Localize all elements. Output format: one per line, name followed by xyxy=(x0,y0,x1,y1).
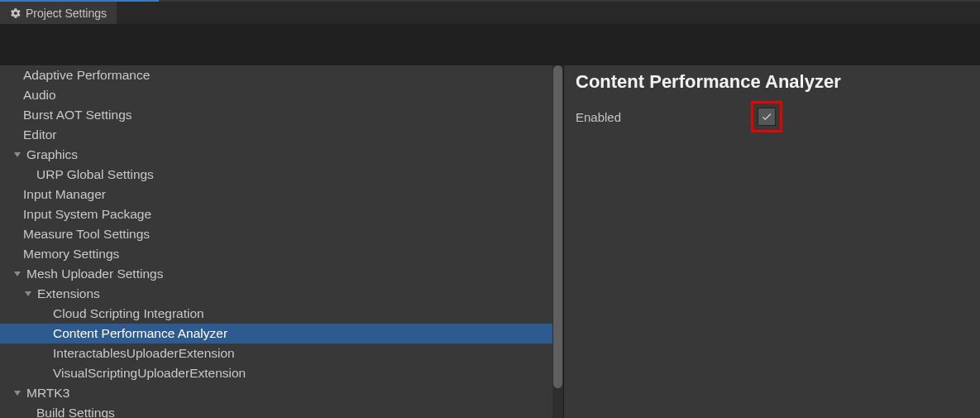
sidebar-item-extensions[interactable]: Extensions xyxy=(0,284,552,304)
sidebar-item-visualscriptinguploaderextension[interactable]: VisualScriptingUploaderExtension xyxy=(0,363,552,383)
content-panel: Content Performance Analyzer Enabled xyxy=(564,65,980,418)
sidebar-item-label: Content Performance Analyzer xyxy=(51,326,227,341)
sidebar-item-label: Input System Package xyxy=(22,207,151,222)
sidebar-item-label: Mesh Uploader Settings xyxy=(25,267,163,281)
sidebar-item-memory-settings[interactable]: Memory Settings xyxy=(0,244,552,264)
tab-title: Project Settings xyxy=(26,7,107,20)
sidebar-item-mesh-uploader-settings[interactable]: Mesh Uploader Settings xyxy=(0,264,552,284)
sidebar-item-label: URP Global Settings xyxy=(35,167,154,182)
tab-bar: Project Settings xyxy=(0,2,980,24)
sidebar-item-label: Cloud Scripting Integration xyxy=(51,306,204,321)
chevron-down-icon[interactable] xyxy=(22,288,34,300)
content-title: Content Performance Analyzer xyxy=(576,71,968,93)
sidebar-item-input-system-package[interactable]: Input System Package xyxy=(0,204,552,224)
sidebar-item-mrtk3[interactable]: MRTK3 xyxy=(0,383,552,403)
enabled-label: Enabled xyxy=(576,110,753,124)
sidebar-item-editor[interactable]: Editor xyxy=(0,125,552,145)
sidebar-item-cloud-scripting-integration[interactable]: Cloud Scripting Integration xyxy=(0,304,552,324)
scrollbar-thumb[interactable] xyxy=(553,65,562,388)
chevron-down-icon[interactable] xyxy=(12,387,23,399)
sidebar-item-label: Audio xyxy=(22,88,56,103)
sidebar-item-audio[interactable]: Audio xyxy=(0,85,552,105)
sidebar-item-label: MRTK3 xyxy=(25,386,69,401)
enabled-checkbox[interactable] xyxy=(758,108,776,126)
sidebar-item-graphics[interactable]: Graphics xyxy=(0,145,552,165)
sidebar-item-label: Graphics xyxy=(25,147,78,162)
sidebar-item-interactablesuploaderextension[interactable]: InteractablesUploaderExtension xyxy=(0,344,552,363)
chevron-down-icon[interactable] xyxy=(12,149,23,161)
sidebar-item-label: Memory Settings xyxy=(22,247,119,262)
sidebar-item-label: Burst AOT Settings xyxy=(22,108,132,123)
tab-project-settings[interactable]: Project Settings xyxy=(0,2,117,24)
sidebar-item-label: Extensions xyxy=(36,286,100,301)
sidebar-item-label: VisualScriptingUploaderExtension xyxy=(51,366,246,381)
enabled-property-row: Enabled xyxy=(576,101,968,132)
sidebar-item-burst-aot-settings[interactable]: Burst AOT Settings xyxy=(0,105,552,125)
sidebar-item-urp-global-settings[interactable]: URP Global Settings xyxy=(0,165,552,185)
sidebar-item-label: Build Settings xyxy=(35,406,115,418)
sidebar-item-input-manager[interactable]: Input Manager xyxy=(0,185,552,204)
gear-icon xyxy=(10,7,22,19)
check-icon xyxy=(761,111,772,123)
sidebar-item-label: InteractablesUploaderExtension xyxy=(51,346,235,361)
sidebar-item-content-performance-analyzer[interactable]: Content Performance Analyzer xyxy=(0,324,552,344)
sidebar-item-build-settings[interactable]: Build Settings xyxy=(0,403,552,418)
enabled-checkbox-highlight xyxy=(751,101,782,132)
sidebar-item-label: Measure Tool Settings xyxy=(22,227,150,242)
toolbar-separator xyxy=(0,24,980,65)
sidebar-item-measure-tool-settings[interactable]: Measure Tool Settings xyxy=(0,224,552,244)
settings-sidebar: Adaptive PerformanceAudioBurst AOT Setti… xyxy=(0,65,552,418)
sidebar-scrollbar[interactable] xyxy=(552,65,563,418)
sidebar-item-label: Input Manager xyxy=(22,187,106,202)
sidebar-item-adaptive-performance[interactable]: Adaptive Performance xyxy=(0,65,552,85)
sidebar-item-label: Adaptive Performance xyxy=(22,68,150,83)
chevron-down-icon[interactable] xyxy=(12,268,23,280)
sidebar-item-label: Editor xyxy=(22,127,57,142)
